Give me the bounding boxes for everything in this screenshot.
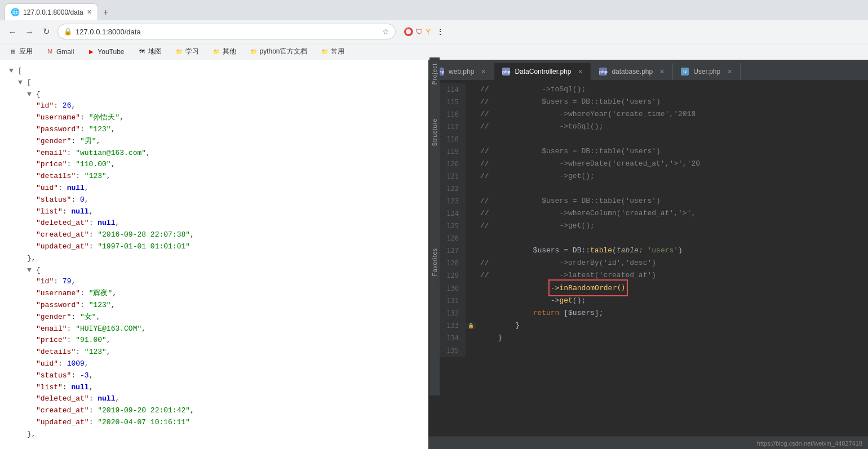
bookmark-youtube-label: YouTube [98, 48, 124, 56]
code-line-117: 117 // ->toSql(); [437, 121, 868, 133]
forward-btn[interactable]: → [21, 24, 37, 39]
json-created1: "created_at": "2016-09-28 22:07:38", [9, 229, 419, 241]
json-obj2-open: ▼ { [9, 265, 419, 277]
address-bar[interactable]: 🔒 127.0.0.1:8000/data ☆ [57, 24, 396, 39]
bookmark-other[interactable]: 📁 其他 [209, 46, 240, 57]
json-updated2: "updated_at": "2020-04-07 10:16:11" [9, 417, 419, 429]
menu-btn[interactable]: ⋮ [436, 27, 444, 36]
editor-tab-dc-close[interactable]: ✕ [578, 68, 583, 75]
extension-icon-opera: ⭕ [404, 27, 413, 36]
json-username1: "username": "孙悟天", [9, 112, 419, 124]
json-deleted1: "deleted_at": null, [9, 217, 419, 229]
bookmark-other-label: 其他 [223, 47, 236, 56]
json-id2: "id": 79, [9, 276, 419, 288]
php-icon-user: U [681, 68, 689, 75]
json-obj2-close: }, [9, 429, 419, 441]
json-details1: "details": "123", [9, 171, 419, 183]
code-line-133: 133 🔒 } [437, 319, 868, 332]
json-obj1-close: }, [9, 253, 419, 265]
code-line-123: 123 // $users = DB::table('users') [437, 195, 868, 207]
gmail-icon: M [46, 48, 54, 56]
json-deleted2: "deleted_at": null, [9, 393, 419, 405]
editor-tab-database[interactable]: php database.php ✕ [591, 63, 673, 80]
back-btn[interactable]: ← [5, 24, 20, 39]
bookmark-apps-label: 应用 [19, 47, 33, 56]
editor-status-bar: https://blog.csdn.net/weixin_44827418 [428, 437, 868, 449]
structure-label: Structure [432, 118, 438, 146]
code-line-135: 135 [437, 344, 868, 357]
editor-tab-user-label: User.php [693, 68, 720, 75]
php-icon-db: php [599, 68, 607, 75]
editor-tab-web-close[interactable]: ✕ [481, 68, 486, 75]
code-line-131: 131 ->get(); [437, 295, 868, 307]
json-created2: "created_at": "2019-09-20 22:01:42", [9, 405, 419, 417]
json-email2: "email": "HUIYE@163.COM", [9, 323, 419, 335]
bookmark-star-icon[interactable]: ☆ [382, 27, 389, 36]
python-icon: 📁 [250, 48, 258, 56]
status-url-hint: https://blog.csdn.net/weixin_44827418 [757, 440, 862, 447]
php-icon-dc: php [502, 68, 510, 75]
bookmark-maps[interactable]: 🗺 地图 [135, 46, 165, 57]
study-icon: 📁 [175, 48, 183, 56]
editor-tab-web-label: web.php [449, 68, 474, 75]
nav-icons: ← → ↻ [5, 24, 54, 39]
extension-icon-2: 🛡 [415, 27, 423, 36]
lock-gutter-icon: 🔒 [468, 323, 474, 329]
editor-tabs-bar: Project Structure Favorites php web.php … [428, 60, 868, 80]
json-email1: "email": "wutian@163.com", [9, 148, 419, 159]
code-line-127: 127 $users = DB::table(table: 'users') [437, 244, 868, 257]
youtube-icon: ▶ [87, 48, 95, 56]
editor-body: 114 // ->toSql(); 115 // $users = DB::ta… [428, 80, 868, 437]
json-price1: "price": "110.00", [9, 159, 419, 171]
editor-panel: Project Structure Favorites php web.php … [428, 60, 868, 449]
new-tab-btn[interactable]: + [98, 5, 114, 20]
bookmark-python-label: python官方文档 [260, 47, 307, 56]
json-uid2: "uid": 1009, [9, 358, 419, 370]
other-icon: 📁 [212, 48, 220, 56]
project-label: Project [432, 63, 438, 85]
tab-favicon: 🌐 [11, 8, 20, 16]
browser-action-icons: ⭕ 🛡 Y [404, 27, 431, 36]
bookmark-study-label: 学习 [185, 47, 199, 56]
bookmark-apps[interactable]: ⊞ 应用 [6, 46, 36, 57]
reload-btn[interactable]: ↻ [38, 24, 54, 39]
code-line-120: 120 // ->whereDate('created_at','>','20 [437, 158, 868, 170]
bookmark-youtube[interactable]: ▶ YouTube [84, 47, 127, 57]
editor-tab-datacontroller[interactable]: php DataController.php ✕ [494, 63, 591, 80]
ide-side-bar: Project Structure Favorites [429, 60, 440, 395]
json-uid1: "uid": null, [9, 183, 419, 194]
json-gender2: "gender": "女", [9, 312, 419, 323]
code-line-124: 124 // ->whereColumn('created_at','>', [437, 207, 868, 220]
bookmark-common[interactable]: 📁 常用 [317, 46, 348, 57]
code-line-121: 121 // ->get(); [437, 170, 868, 183]
bookmark-python[interactable]: 📁 python官方文档 [246, 46, 311, 57]
extension-icon-3: Y [426, 27, 431, 36]
json-status2: "status": -3, [9, 370, 419, 382]
editor-tab-db-label: database.php [612, 68, 653, 75]
code-line-128: 128 // ->orderBy('id','desc') [437, 257, 868, 269]
code-line-134: 134 } [437, 332, 868, 344]
bookmark-common-label: 常用 [331, 47, 344, 56]
json-list2: "list": null, [9, 382, 419, 394]
bookmark-gmail[interactable]: M Gmail [43, 47, 77, 57]
json-price2: "price": "91.00", [9, 335, 419, 346]
code-line-115: 115 // $users = DB::table('users') [437, 96, 868, 108]
editor-tab-dc-label: DataController.php [515, 68, 571, 75]
code-line-122: 122 [437, 183, 868, 195]
editor-tab-user-close[interactable]: ✕ [727, 68, 732, 75]
main-area: ▼ [ ▼ [ ▼ { "id": 26, "username": "孙悟天",… [0, 60, 868, 449]
code-area[interactable]: 114 // ->toSql(); 115 // $users = DB::ta… [428, 80, 868, 437]
apps-icon: ⊞ [9, 48, 17, 56]
editor-tab-db-close[interactable]: ✕ [659, 68, 665, 75]
browser-tabs-bar: 🌐 127.0.0.1:8000/data ✕ + [0, 0, 868, 20]
json-root-open: ▼ [ [9, 65, 419, 77]
json-status1: "status": 0, [9, 194, 419, 206]
bookmark-study[interactable]: 📁 学习 [172, 46, 202, 57]
json-password2: "password": "123", [9, 300, 419, 312]
tab-close-btn[interactable]: ✕ [87, 8, 92, 16]
bookmark-gmail-label: Gmail [56, 48, 74, 56]
common-icon: 📁 [321, 48, 329, 56]
code-line-125: 125 // ->get(); [437, 220, 868, 232]
editor-tab-user[interactable]: U User.php ✕ [673, 63, 741, 80]
browser-tab-active[interactable]: 🌐 127.0.0.1:8000/data ✕ [5, 3, 98, 20]
